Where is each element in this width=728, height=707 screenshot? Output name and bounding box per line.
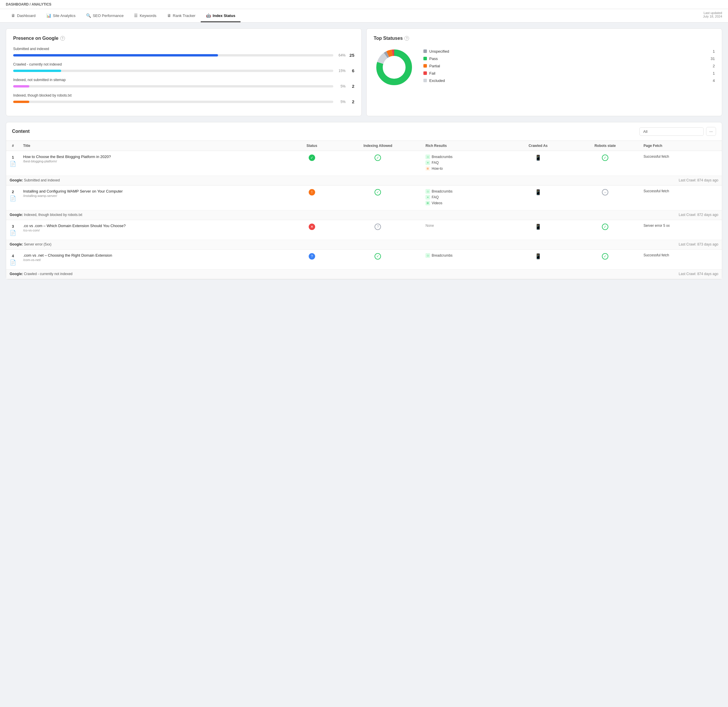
status-row-3: Google: Server error (5xx) Last Crawl: 8…	[6, 240, 722, 250]
rich-breadcrumbs-1: ◇ Breadcrumbs	[425, 155, 503, 159]
row-4-status: ?	[290, 250, 334, 269]
bar-count-2: 2	[348, 84, 354, 89]
row-3-indexing: ?	[334, 220, 422, 240]
pass-label: Pass	[429, 56, 438, 61]
legend-item-excluded: Excluded 4	[423, 78, 715, 83]
bar-count-0: 25	[348, 53, 354, 58]
presence-help-icon[interactable]: ?	[60, 36, 65, 40]
unspecified-dot	[423, 49, 427, 53]
more-button[interactable]: ···	[706, 127, 716, 136]
header-right: ···	[639, 127, 716, 136]
tab-index-status[interactable]: 🤖 Index Status	[201, 9, 241, 22]
robots-check-icon-4: ✓	[602, 253, 608, 260]
bar-fill-1	[13, 69, 61, 72]
howto-icon: ⊞	[425, 166, 430, 171]
status-check-green-icon: ✓	[309, 155, 315, 161]
tab-rank-tracker[interactable]: 🖥 Rank Tracker	[162, 9, 201, 22]
status-warn-orange-icon: !	[309, 189, 315, 195]
rich-howto-1: ⊞ How-to	[425, 166, 503, 171]
nav-tabs: 🖥 Dashboard 📊 Site Analytics 🔍 SEO Perfo…	[6, 9, 241, 22]
pass-dot	[423, 57, 427, 60]
row-2-title-cell: Installing and Configuring WAMP Server o…	[20, 185, 290, 210]
row-4-rich: ◇ Breadcrumbs	[422, 250, 506, 269]
rich-none-3: None	[425, 224, 503, 228]
tab-seo-performance[interactable]: 🔍 SEO Performance	[81, 9, 129, 22]
bar-pct-1: 15%	[336, 69, 345, 73]
rich-faq-1: ≡ FAQ	[425, 160, 503, 165]
cards-row: Presence on Google ? Submitted and index…	[6, 28, 722, 116]
legend-item-partial: Partial 2	[423, 64, 715, 68]
table-row: 4 📄 .com vs .net – Choosing the Right Do…	[6, 250, 722, 269]
fail-label: Fail	[429, 71, 435, 75]
fail-dot	[423, 71, 427, 75]
col-crawled: Crawled As	[506, 141, 570, 151]
row-4-title: .com vs .net – Choosing the Right Domain…	[23, 253, 286, 257]
breadcrumb-separator: /	[30, 2, 30, 6]
status-row-4: Google: Crawled - currently not indexed …	[6, 269, 722, 279]
row-2-url[interactable]: /installing-wamp-server/	[23, 194, 286, 198]
row-1-status: ✓	[290, 151, 334, 176]
bar-bg-0	[13, 54, 333, 56]
row-4-robots: ✓	[570, 250, 640, 269]
bar-count-1: 6	[348, 68, 354, 73]
tab-site-analytics[interactable]: 📊 Site Analytics	[41, 9, 81, 22]
rich-breadcrumbs-2: ◇ Breadcrumbs	[425, 189, 503, 194]
row-2-fetch: Successful fetch	[640, 185, 722, 210]
breadcrumb-home[interactable]: DASHBOARD	[6, 2, 29, 6]
excluded-label: Excluded	[429, 78, 445, 83]
content-card: Content ··· # Title Status Indexing Allo…	[6, 122, 722, 279]
rich-faq-2: ≡ FAQ	[425, 195, 503, 200]
row-3-crawled: 📱	[506, 220, 570, 240]
col-robots: Robots state	[570, 141, 640, 151]
tab-seo-label: SEO Performance	[93, 13, 124, 18]
table-row: 2 📄 Installing and Configuring WAMP Serv…	[6, 185, 722, 210]
rich-videos-2: ⊞ Videos	[425, 201, 503, 205]
seo-icon: 🔍	[86, 13, 91, 18]
status-question-blue-icon: ?	[309, 253, 315, 260]
bar-bg-1	[13, 69, 333, 72]
bar-bg-3	[13, 101, 333, 103]
row-4-doc-icon: 📄	[10, 259, 16, 266]
bar-row-2: 5% 2	[13, 84, 354, 89]
row-1-url[interactable]: /best-blogging-platform/	[23, 159, 286, 163]
tab-keywords-label: Keywords	[140, 13, 156, 18]
breadcrumb: DASHBOARD / ANALYTICS	[0, 0, 728, 9]
last-crawl-4: Last Crawl: 874 days ago	[290, 269, 722, 279]
breadcrumbs-icon: ◇	[425, 155, 430, 159]
status-row-1: Google: Submitted and indexed Last Crawl…	[6, 176, 722, 185]
pass-count: 31	[711, 56, 715, 61]
presence-label-1: Crawled - currently not indexed	[13, 62, 354, 67]
row-1-fetch: Successful fetch	[640, 151, 722, 176]
row-4-url[interactable]: /com-vs-net/	[23, 258, 286, 262]
status-x-red-icon: ✕	[309, 224, 315, 230]
table-header: # Title Status Indexing Allowed Rich Res…	[6, 141, 722, 151]
row-4-num: 4 📄	[6, 250, 20, 269]
row-2-status: !	[290, 185, 334, 210]
legend-item-fail: Fail 1	[423, 71, 715, 75]
rank-tracker-icon: 🖥	[167, 13, 171, 18]
filter-input[interactable]	[639, 127, 704, 136]
row-3-rich: None	[422, 220, 506, 240]
bar-fill-3	[13, 101, 29, 103]
donut-chart	[374, 47, 415, 88]
top-statuses-inner: Unspecified 1 Pass 31	[374, 47, 715, 88]
dashboard-icon: 🖥	[11, 13, 15, 18]
bar-row-0: 64% 25	[13, 53, 354, 58]
top-statuses-help-icon[interactable]: ?	[404, 36, 409, 40]
col-status: Status	[290, 141, 334, 151]
bar-pct-2: 5%	[336, 84, 345, 88]
row-3-url[interactable]: /co-vs-com/	[23, 228, 286, 232]
row-2-crawled: 📱	[506, 185, 570, 210]
bar-row-1: 15% 6	[13, 68, 354, 73]
tab-keywords[interactable]: ☰ Keywords	[129, 9, 162, 22]
bar-pct-0: 64%	[336, 53, 345, 57]
row-4-title-cell: .com vs .net – Choosing the Right Domain…	[20, 250, 290, 269]
row-1-robots: ✓	[570, 151, 640, 176]
tab-dashboard[interactable]: 🖥 Dashboard	[6, 9, 41, 22]
main-content: Presence on Google ? Submitted and index…	[0, 23, 728, 285]
excluded-count: 4	[713, 78, 715, 83]
table-body: 1 📄 How to Choose the Best Blogging Plat…	[6, 151, 722, 279]
last-crawl-1: Last Crawl: 874 days ago	[290, 176, 722, 185]
top-statuses-title: Top Statuses ?	[374, 36, 715, 41]
presence-item-2: Indexed, not submitted in sitemap 5% 2	[13, 78, 354, 89]
